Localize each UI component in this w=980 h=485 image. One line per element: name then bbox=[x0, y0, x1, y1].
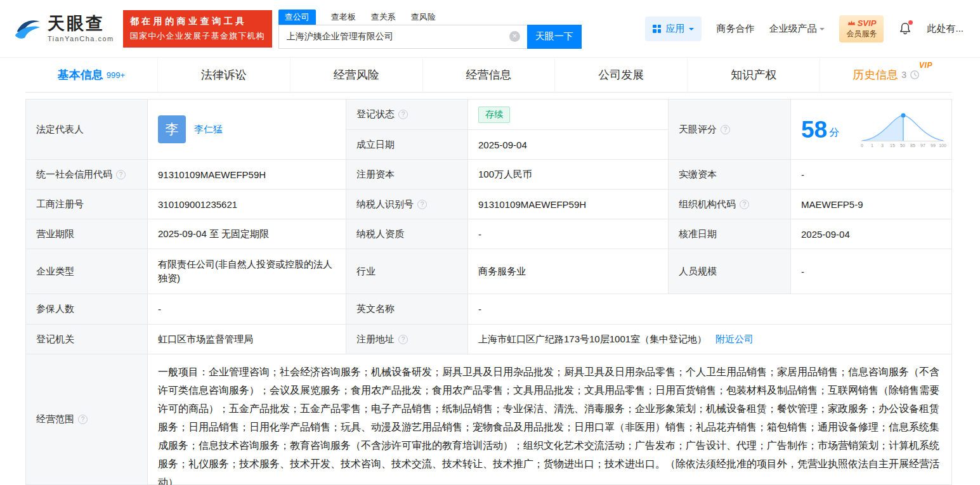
tab-operation-info[interactable]: 经营信息 bbox=[422, 58, 555, 92]
search-tab-boss[interactable]: 查老板 bbox=[331, 10, 356, 25]
search-tab-company[interactable]: 查公司 bbox=[278, 10, 316, 25]
svg-text:3: 3 bbox=[881, 143, 884, 148]
crown-icon bbox=[847, 20, 856, 26]
tab-count-badge: 3 bbox=[901, 70, 906, 80]
svg-text:99: 99 bbox=[931, 143, 936, 148]
field-label-reg-capital: 注册资本 bbox=[346, 160, 468, 190]
logo-text: 天眼查 TianYanCha.com bbox=[48, 15, 114, 42]
svg-text:100: 100 bbox=[939, 143, 946, 148]
field-label-taxpayer-id: 纳税人识别号 bbox=[346, 190, 468, 219]
field-value-org-code: MAEWEFP5-9 bbox=[791, 190, 952, 219]
logo-icon bbox=[13, 14, 42, 43]
notifications-button[interactable] bbox=[898, 21, 912, 36]
clear-search-icon[interactable] bbox=[509, 31, 520, 42]
promo-line1: 都在用的商业查询工具 bbox=[130, 16, 265, 27]
tab-label: 历史信息 bbox=[853, 67, 898, 82]
vip-badge: VIP bbox=[919, 61, 932, 70]
help-icon[interactable] bbox=[116, 170, 126, 179]
field-label-score: 天眼评分 bbox=[669, 100, 791, 160]
tab-legal-litigation[interactable]: 法律诉讼 bbox=[157, 58, 290, 92]
tianyancha-logo[interactable]: 天眼查 TianYanCha.com bbox=[13, 14, 114, 43]
field-value-reg-capital: 100万人民币 bbox=[468, 160, 669, 190]
field-value-legal-rep: 李 李仁猛 bbox=[148, 100, 346, 160]
field-value-establish-date: 2025-09-04 bbox=[468, 130, 669, 160]
field-label-reg-address: 注册地址 bbox=[346, 325, 468, 354]
field-label-business-scope: 经营范围 bbox=[26, 354, 148, 485]
field-label-company-type: 企业类型 bbox=[26, 249, 148, 294]
legal-rep-avatar[interactable]: 李 bbox=[158, 115, 186, 143]
apps-grid-icon bbox=[653, 25, 661, 33]
field-label-english-name: 英文名称 bbox=[346, 294, 468, 325]
apps-label: 应用 bbox=[665, 23, 684, 35]
field-value-reg-status: 存续 bbox=[468, 100, 669, 130]
field-label-credit-code: 统一社会信用代码 bbox=[26, 160, 148, 190]
field-value-business-scope: 一般项目：企业管理咨询；社会经济咨询服务；机械设备研发；厨具卫具及日用杂品批发；… bbox=[148, 354, 952, 485]
field-value-approval-date: 2025-09-04 bbox=[791, 219, 952, 249]
nearby-companies-link[interactable]: 附近公司 bbox=[715, 333, 754, 346]
tab-label: 基本信息 bbox=[58, 67, 103, 82]
help-icon[interactable] bbox=[740, 200, 749, 209]
tab-label: 法律诉讼 bbox=[201, 67, 247, 82]
field-value-reg-address: 上海市虹口区广纪路173号10层1001室（集中登记地） 附近公司 bbox=[468, 325, 952, 354]
tab-history-info[interactable]: VIP 历史信息 3 bbox=[820, 58, 952, 92]
search-input[interactable] bbox=[279, 25, 527, 48]
field-value-credit-code: 91310109MAEWEFP59H bbox=[148, 160, 346, 190]
field-value-company-type: 有限责任公司(非自然人投资或控股的法人独资) bbox=[148, 249, 346, 294]
field-label-reg-status: 登记状态 bbox=[346, 100, 468, 130]
status-badge: 存续 bbox=[478, 107, 510, 123]
search-tab-relation[interactable]: 查关系 bbox=[371, 10, 396, 25]
search-tab-risk[interactable]: 查风险 bbox=[411, 10, 436, 25]
section-tabbar: 基本信息 999+ 法律诉讼 经营风险 经营信息 公司发展 知识产权 VIP 历… bbox=[25, 58, 952, 93]
tab-operation-risk[interactable]: 经营风险 bbox=[290, 58, 422, 92]
help-icon[interactable] bbox=[721, 125, 730, 134]
tab-count-badge: 999+ bbox=[107, 70, 125, 80]
tab-label: 公司发展 bbox=[598, 67, 644, 82]
svg-text:0: 0 bbox=[861, 143, 863, 148]
field-label-establish-date: 成立日期 bbox=[346, 130, 468, 160]
promo-banner: 都在用的商业查询工具 国家中小企业发展子基金旗下机构 bbox=[123, 10, 272, 48]
help-icon[interactable] bbox=[398, 335, 408, 344]
field-value-score: 58 分 0 1 3 15 50 85 97 99 100 bbox=[791, 100, 952, 160]
help-icon[interactable] bbox=[398, 110, 408, 119]
tab-company-development[interactable]: 公司发展 bbox=[554, 58, 687, 92]
field-label-paid-capital: 实缴资本 bbox=[669, 160, 791, 190]
tab-intellectual-property[interactable]: 知识产权 bbox=[687, 58, 820, 92]
field-value-business-term: 2025-09-04 至 无固定期限 bbox=[148, 219, 346, 249]
field-label-insured-count: 参保人数 bbox=[26, 294, 148, 325]
field-label-taxpayer-quality: 纳税人资质 bbox=[346, 219, 468, 249]
business-cooperation-link[interactable]: 商务合作 bbox=[716, 23, 754, 35]
svg-text:1: 1 bbox=[871, 143, 873, 148]
enterprise-label: 企业级产品 bbox=[769, 23, 816, 35]
svip-member-badge[interactable]: SVIP 会员服务 bbox=[839, 15, 884, 42]
chevron-down-icon bbox=[820, 28, 825, 33]
field-label-org-code: 组织机构代码 bbox=[669, 190, 791, 219]
svip-label: SVIP bbox=[858, 18, 877, 28]
field-label-industry: 行业 bbox=[346, 249, 468, 294]
promo-line2: 国家中小企业发展子基金旗下机构 bbox=[130, 30, 265, 42]
search-button[interactable]: 天眼一下 bbox=[527, 25, 582, 49]
field-value-taxpayer-id: 91310109MAEWEFP59H bbox=[468, 190, 669, 219]
tab-basic-info[interactable]: 基本信息 999+ bbox=[25, 58, 157, 92]
field-value-paid-capital: - bbox=[791, 160, 952, 190]
tab-label: 经营信息 bbox=[466, 67, 512, 82]
search-row: 天眼一下 bbox=[278, 25, 582, 49]
field-label-business-term: 营业期限 bbox=[26, 219, 148, 249]
field-value-insured-count: - bbox=[148, 294, 346, 325]
score-distribution-chart: 0 1 3 15 50 85 97 99 100 bbox=[859, 108, 946, 151]
logo-title: 天眼查 bbox=[48, 15, 114, 32]
svg-text:15: 15 bbox=[890, 143, 895, 148]
search-input-wrap bbox=[278, 25, 527, 49]
svg-text:85: 85 bbox=[910, 143, 915, 148]
field-value-reg-number: 310109001235621 bbox=[148, 190, 346, 219]
help-icon[interactable] bbox=[417, 200, 427, 209]
enterprise-products-menu[interactable]: 企业级产品 bbox=[769, 23, 825, 35]
search-tabs: 查公司 查老板 查关系 查风险 bbox=[278, 9, 582, 25]
field-label-staff-size: 人员规模 bbox=[669, 249, 791, 294]
apps-button[interactable]: 应用 bbox=[645, 16, 702, 41]
logo-subtitle: TianYanCha.com bbox=[48, 35, 114, 42]
user-account[interactable]: 此处有... bbox=[927, 23, 964, 35]
chevron-down-icon bbox=[689, 28, 694, 33]
legal-rep-link[interactable]: 李仁猛 bbox=[194, 124, 223, 136]
help-icon[interactable] bbox=[78, 415, 88, 424]
tab-label: 经营风险 bbox=[334, 67, 379, 82]
